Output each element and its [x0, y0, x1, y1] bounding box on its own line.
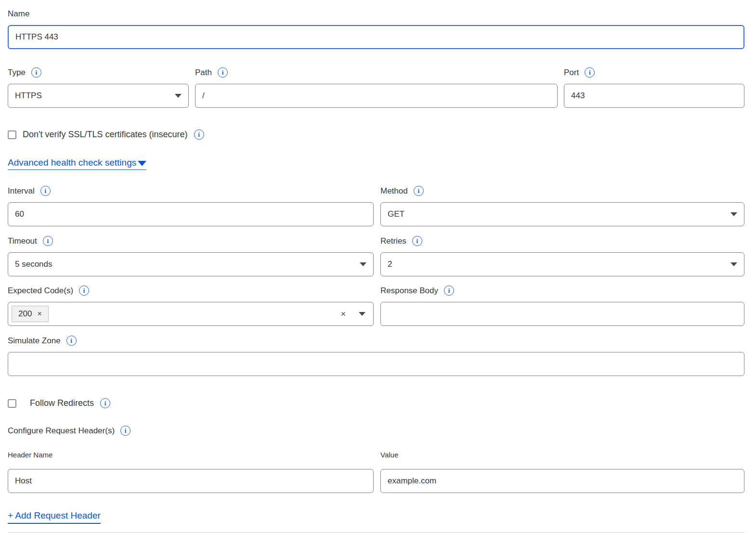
header-value-input[interactable]	[380, 469, 744, 493]
retries-label: Retries	[380, 236, 406, 246]
timeout-retries-row: Timeout i 5 seconds Retries i 2	[8, 236, 744, 276]
follow-redirects-checkbox[interactable]	[8, 399, 16, 408]
method-select-value: GET	[388, 209, 404, 219]
codes-body-row: Expected Code(s) i 200 × × Response Body…	[8, 286, 744, 326]
port-label: Port	[564, 67, 579, 78]
section-divider	[8, 532, 744, 533]
timeout-select-value: 5 seconds	[15, 260, 52, 269]
simulate-zone-label-row: Simulate Zone i	[8, 336, 744, 346]
header-name-input[interactable]	[8, 469, 374, 493]
method-info-icon[interactable]: i	[414, 186, 424, 196]
interval-input[interactable]	[8, 202, 374, 226]
chevron-down-icon	[730, 212, 737, 216]
path-input[interactable]	[195, 84, 558, 108]
simulate-zone-info-icon[interactable]: i	[66, 336, 77, 346]
expected-codes-label: Expected Code(s)	[8, 286, 73, 296]
ssl-verify-info-icon[interactable]: i	[194, 130, 204, 140]
triangle-down-icon	[138, 161, 146, 166]
type-path-port-row: Type i HTTPS Path i Port i	[8, 67, 744, 108]
chevron-down-icon[interactable]	[359, 312, 365, 316]
request-header-row: Header Name Value	[8, 450, 744, 493]
path-info-icon[interactable]: i	[218, 67, 228, 78]
follow-redirects-row: Follow Redirects i	[8, 398, 744, 408]
path-label-row: Path i	[195, 67, 558, 78]
remove-tag-icon[interactable]: ×	[37, 310, 41, 318]
method-select[interactable]: GET	[380, 202, 744, 226]
interval-info-icon[interactable]: i	[40, 186, 51, 196]
health-check-form: Name Type i HTTPS Path i Port i	[0, 0, 756, 533]
response-body-input[interactable]	[380, 302, 744, 326]
header-value-label-row: Value	[380, 450, 744, 460]
expected-code-tag: 200 ×	[12, 306, 49, 322]
type-label: Type	[8, 67, 26, 78]
response-body-label-row: Response Body i	[380, 286, 744, 296]
header-value-label: Value	[380, 450, 398, 460]
retries-select-value: 2	[388, 260, 392, 269]
simulate-zone-input[interactable]	[8, 352, 744, 376]
type-select-value: HTTPS	[15, 91, 42, 101]
timeout-label: Timeout	[8, 236, 37, 246]
port-input[interactable]	[564, 84, 744, 108]
follow-redirects-info-icon[interactable]: i	[100, 398, 110, 408]
port-label-row: Port i	[564, 67, 744, 78]
advanced-settings-link[interactable]: Advanced health check settings	[8, 157, 146, 170]
expected-codes-label-row: Expected Code(s) i	[8, 286, 374, 296]
ssl-verify-label: Don't verify SSL/TLS certificates (insec…	[23, 130, 188, 140]
method-label-row: Method i	[380, 186, 744, 196]
interval-method-row: Interval i Method i GET	[8, 186, 744, 226]
response-body-info-icon[interactable]: i	[444, 286, 454, 296]
request-headers-section-label: Configure Request Header(s)	[8, 426, 115, 436]
path-label: Path	[195, 67, 212, 78]
advanced-settings-link-label: Advanced health check settings	[8, 157, 136, 168]
chevron-down-icon	[175, 94, 182, 98]
header-name-label-row: Header Name	[8, 450, 374, 460]
expected-codes-info-icon[interactable]: i	[79, 286, 89, 296]
clear-all-icon[interactable]: ×	[340, 310, 346, 318]
type-select[interactable]: HTTPS	[8, 84, 189, 108]
chevron-down-icon	[360, 262, 366, 266]
timeout-select[interactable]: 5 seconds	[8, 252, 374, 276]
type-info-icon[interactable]: i	[31, 67, 41, 78]
timeout-info-icon[interactable]: i	[43, 236, 53, 246]
ssl-verify-checkbox[interactable]	[8, 130, 16, 139]
retries-select[interactable]: 2	[380, 252, 744, 276]
ssl-verify-checkbox-row: Don't verify SSL/TLS certificates (insec…	[8, 130, 744, 140]
port-info-icon[interactable]: i	[585, 67, 595, 78]
response-body-label: Response Body	[380, 286, 438, 296]
expected-code-tag-value: 200	[18, 309, 32, 319]
retries-info-icon[interactable]: i	[412, 236, 422, 246]
follow-redirects-label: Follow Redirects	[30, 398, 94, 408]
request-headers-section-row: Configure Request Header(s) i	[8, 426, 744, 436]
retries-label-row: Retries i	[380, 236, 744, 246]
simulate-zone-block: Simulate Zone i	[8, 336, 744, 376]
name-label: Name	[8, 9, 29, 19]
type-label-row: Type i	[8, 67, 189, 78]
interval-label: Interval	[8, 186, 35, 196]
header-name-label: Header Name	[8, 450, 52, 460]
simulate-zone-label: Simulate Zone	[8, 336, 61, 346]
request-headers-info-icon[interactable]: i	[120, 426, 130, 436]
name-label-row: Name	[8, 9, 744, 19]
chevron-down-icon	[730, 262, 737, 266]
method-label: Method	[380, 186, 408, 196]
timeout-label-row: Timeout i	[8, 236, 374, 246]
add-request-header-link[interactable]: + Add Request Header	[8, 510, 101, 524]
interval-label-row: Interval i	[8, 186, 374, 196]
name-input[interactable]	[8, 25, 744, 49]
expected-codes-multiselect[interactable]: 200 × ×	[8, 302, 374, 326]
